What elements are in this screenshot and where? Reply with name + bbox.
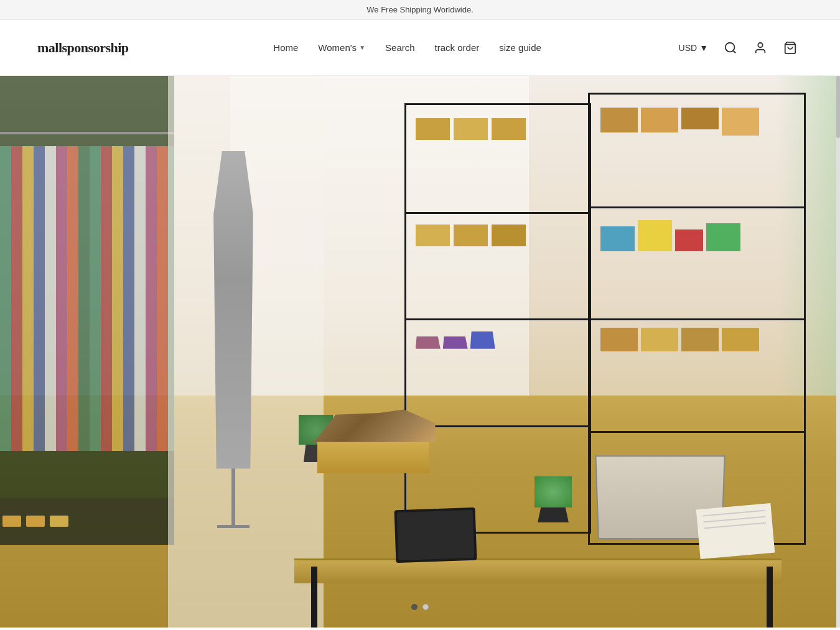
- r-box-3: [681, 108, 719, 129]
- box-3: [492, 118, 526, 140]
- desk-leg-right: [767, 567, 773, 628]
- shoe-shelf-bottom: [0, 498, 174, 545]
- mannequin-dress: [205, 151, 262, 469]
- scrollbar[interactable]: [836, 76, 840, 628]
- r-b-1: [600, 328, 638, 351]
- scroll-thumb[interactable]: [836, 76, 840, 138]
- shoe-shelf-1: [416, 336, 441, 349]
- shelf-boxes-top: [416, 118, 526, 140]
- currency-selector[interactable]: USD ▼: [674, 40, 713, 55]
- r-b-3: [681, 328, 719, 351]
- site-logo[interactable]: mallsponsorship: [37, 40, 129, 56]
- desk-surface: [294, 558, 782, 583]
- shelf-r-bottom: [600, 328, 759, 351]
- cart-button[interactable]: [778, 35, 803, 60]
- shoe-shelf-2: [443, 336, 468, 349]
- hanger-bar: [0, 132, 174, 134]
- r-box-4: [722, 108, 759, 136]
- account-button[interactable]: [748, 35, 773, 60]
- shoe-left: [2, 516, 21, 527]
- notebook-desk: [696, 503, 775, 559]
- chevron-down-icon: ▼: [359, 44, 365, 51]
- nav-item-size-guide[interactable]: size guide: [499, 42, 541, 53]
- r-box-1: [600, 108, 638, 132]
- desk-plant-leaves: [534, 476, 572, 507]
- header-actions: USD ▼: [674, 35, 803, 60]
- svg-point-2: [758, 42, 762, 47]
- user-icon: [754, 41, 767, 55]
- cart-icon: [783, 41, 797, 55]
- clothes-colors: [0, 146, 174, 451]
- item-blue: [600, 226, 635, 251]
- shoe-display-box: [317, 439, 429, 473]
- mannequin-base: [217, 525, 250, 528]
- shelf-shoes: [416, 331, 495, 349]
- r-box-2: [641, 108, 678, 132]
- announcement-text: We Free Shipping Worldwide.: [366, 5, 474, 14]
- notebook-line-3: [704, 522, 766, 529]
- shelf-mid-1: [406, 212, 589, 214]
- hat-display: [461, 76, 523, 81]
- item-yellow: [638, 220, 672, 251]
- plant-on-desk: [538, 505, 569, 522]
- chevron-down-icon: ▼: [699, 43, 708, 53]
- svg-point-0: [726, 42, 735, 52]
- shoe-right: [26, 516, 45, 527]
- slide-dot-1[interactable]: [411, 604, 418, 610]
- r-b-4: [722, 328, 759, 351]
- search-button[interactable]: [718, 35, 743, 60]
- nav-item-womens[interactable]: Women's ▼: [318, 42, 365, 53]
- shelf-boxes-2: [416, 225, 526, 246]
- shelf-r-top: [600, 108, 759, 136]
- site-header: mallsponsorship Home Women's ▼ Search tr…: [0, 20, 840, 76]
- clothing-rack-left: [0, 76, 174, 545]
- tablet-device: [394, 507, 477, 562]
- search-icon: [724, 41, 737, 55]
- hero-section: [0, 76, 840, 628]
- slide-dot-2[interactable]: [422, 604, 429, 610]
- hero-image: [0, 76, 840, 628]
- shelf-r-colorful: [600, 220, 740, 251]
- shelf-r-2: [590, 318, 804, 320]
- tablet-screen: [396, 509, 474, 560]
- slideshow-indicators: [411, 604, 429, 610]
- notebook-line-2: [703, 516, 765, 522]
- mannequin-area: [193, 131, 274, 529]
- box-1: [416, 118, 450, 140]
- announcement-bar: We Free Shipping Worldwide.: [0, 0, 840, 20]
- box-2: [454, 118, 488, 140]
- item-red: [675, 229, 703, 251]
- nav-item-home[interactable]: Home: [273, 42, 298, 53]
- shoe-mid: [50, 516, 68, 527]
- box-5: [454, 225, 488, 246]
- shelf-r-3: [590, 431, 804, 433]
- shelf-mid-2: [406, 318, 589, 320]
- notebook-line-1: [703, 509, 765, 516]
- item-green: [706, 223, 740, 251]
- box-6: [492, 225, 526, 246]
- shoe-display-area: [311, 414, 436, 473]
- box-4: [416, 225, 450, 246]
- desk-leg-left: [311, 567, 317, 628]
- nav-item-search[interactable]: Search: [385, 42, 415, 53]
- currency-label: USD: [679, 43, 698, 53]
- main-nav: Home Women's ▼ Search track order size g…: [154, 42, 661, 53]
- svg-line-1: [733, 50, 735, 53]
- desk-plant-pot: [538, 505, 569, 522]
- nav-item-track-order[interactable]: track order: [435, 42, 480, 53]
- r-b-2: [641, 328, 678, 351]
- shelf-r-1: [590, 206, 804, 208]
- shoe-shelf-3: [470, 331, 495, 349]
